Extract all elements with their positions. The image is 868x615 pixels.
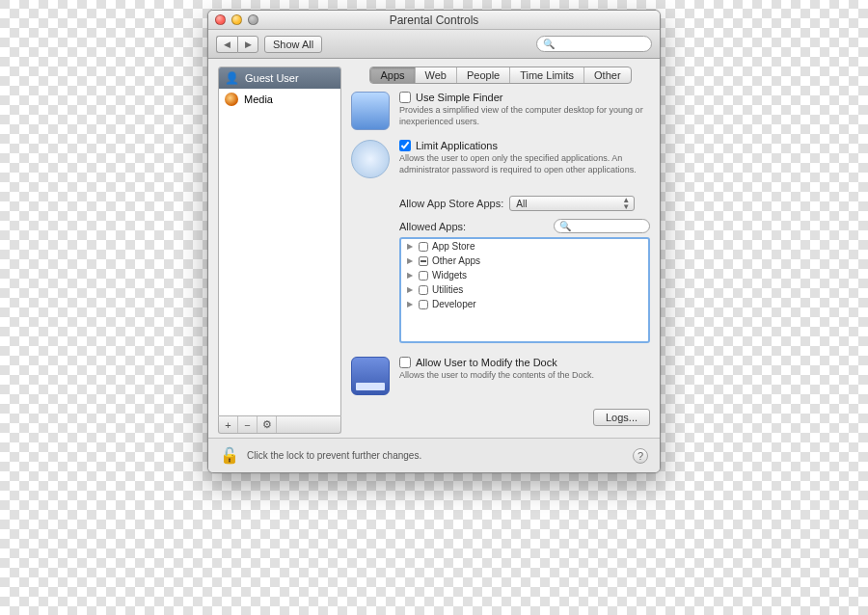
list-item[interactable]: ▶ Other Apps	[401, 254, 648, 268]
back-button[interactable]: ◀	[216, 36, 237, 53]
list-item[interactable]: ▶ Utilities	[401, 282, 648, 297]
search-input[interactable]	[557, 38, 661, 50]
bottom-bar: 🔓 Click the lock to prevent further chan…	[208, 438, 660, 472]
app-checkbox[interactable]	[419, 242, 428, 252]
simple-finder-input[interactable]	[399, 92, 411, 103]
help-button[interactable]: ?	[633, 448, 648, 464]
toolbar: ◀ ▶ Show All 🔍	[208, 30, 660, 59]
appstore-select-value: All	[516, 199, 527, 209]
zoom-icon[interactable]	[248, 14, 258, 25]
limit-apps-section: Limit Applications Allows the user to op…	[351, 140, 650, 178]
app-name: Utilities	[432, 284, 463, 295]
modify-dock-checkbox[interactable]: Allow User to Modify the Dock	[399, 357, 650, 368]
user-row-media[interactable]: Media	[219, 89, 340, 110]
limit-apps-input[interactable]	[399, 140, 411, 151]
user-list-footer: + − ⚙	[218, 416, 341, 434]
modify-dock-desc: Allows the user to modify the contents o…	[399, 370, 650, 382]
gear-icon: ⚙	[262, 418, 272, 431]
allowed-apps-header: Allowed Apps: 🔍	[399, 219, 650, 233]
user-row-guest[interactable]: 👤 Guest User	[219, 67, 340, 89]
tab-apps[interactable]: Apps	[370, 67, 415, 83]
user-name: Guest User	[245, 72, 299, 84]
chevron-updown-icon: ▲▼	[622, 197, 630, 210]
appstore-row: Allow App Store Apps: All ▲▼	[399, 196, 650, 211]
lock-icon[interactable]: 🔓	[220, 446, 239, 465]
app-checkbox[interactable]	[419, 285, 428, 295]
app-checkbox[interactable]	[419, 271, 428, 281]
list-item[interactable]: ▶ Widgets	[401, 268, 648, 282]
list-item[interactable]: ▶ Developer	[401, 297, 648, 311]
limit-apps-desc: Allows the user to open only the specifi…	[399, 153, 650, 175]
modify-dock-input[interactable]	[399, 357, 411, 368]
search-icon: 🔍	[543, 39, 555, 49]
app-name: Other Apps	[432, 255, 480, 266]
simple-finder-desc: Provides a simplified view of the comput…	[399, 105, 650, 127]
dock-section: Allow User to Modify the Dock Allows the…	[351, 357, 650, 395]
logs-button[interactable]: Logs...	[593, 409, 650, 426]
appstore-icon	[351, 140, 390, 178]
disclosure-triangle-icon[interactable]: ▶	[407, 256, 415, 265]
limit-apps-checkbox[interactable]: Limit Applications	[399, 140, 650, 151]
add-user-button[interactable]: +	[219, 416, 238, 433]
tab-bar: Apps Web People Time Limits Other	[369, 67, 631, 84]
show-all-button[interactable]: Show All	[264, 36, 322, 53]
tab-people[interactable]: People	[457, 67, 510, 83]
disclosure-triangle-icon[interactable]: ▶	[407, 271, 415, 280]
search-icon: 🔍	[559, 221, 571, 231]
disclosure-triangle-icon[interactable]: ▶	[407, 242, 415, 251]
dock-icon	[351, 357, 390, 395]
gear-menu-button[interactable]: ⚙	[258, 416, 277, 433]
app-checkbox[interactable]	[419, 300, 428, 309]
allowed-apps-search-input[interactable]	[574, 221, 644, 232]
window-title: Parental Controls	[390, 13, 479, 27]
user-sidebar: 👤 Guest User Media + − ⚙	[218, 67, 341, 434]
allowed-apps-label: Allowed Apps:	[399, 221, 466, 232]
allowed-apps-list[interactable]: ▶ App Store ▶ Other Apps ▶ Widgets	[399, 237, 650, 343]
appstore-label: Allow App Store Apps:	[399, 198, 503, 209]
user-avatar-icon	[225, 93, 238, 106]
finder-icon	[351, 92, 390, 130]
tab-time-limits[interactable]: Time Limits	[510, 67, 584, 83]
app-name: Widgets	[432, 270, 467, 281]
toolbar-search[interactable]: 🔍	[536, 36, 652, 52]
appstore-select[interactable]: All ▲▼	[509, 196, 635, 211]
limit-apps-label: Limit Applications	[416, 140, 498, 151]
forward-button[interactable]: ▶	[237, 36, 258, 53]
allowed-apps-search[interactable]: 🔍	[554, 219, 650, 233]
main-pane: Apps Web People Time Limits Other Use Si…	[351, 67, 650, 434]
minimize-icon[interactable]	[231, 14, 242, 25]
user-silhouette-icon: 👤	[225, 71, 239, 85]
remove-user-button[interactable]: −	[238, 416, 258, 433]
tab-web[interactable]: Web	[416, 67, 457, 83]
disclosure-triangle-icon[interactable]: ▶	[407, 285, 415, 294]
titlebar: Parental Controls	[208, 11, 660, 30]
app-checkbox-mixed[interactable]	[419, 256, 428, 266]
user-list[interactable]: 👤 Guest User Media	[218, 67, 341, 416]
list-item[interactable]: ▶ App Store	[401, 239, 648, 254]
tab-other[interactable]: Other	[584, 67, 631, 83]
app-name: Developer	[432, 299, 476, 309]
modify-dock-label: Allow User to Modify the Dock	[416, 357, 557, 368]
preferences-window: Parental Controls ◀ ▶ Show All 🔍 👤 Guest…	[207, 10, 661, 473]
disclosure-triangle-icon[interactable]: ▶	[407, 300, 415, 308]
close-icon[interactable]	[215, 14, 226, 25]
user-name: Media	[244, 94, 273, 105]
simple-finder-label: Use Simple Finder	[416, 92, 502, 103]
simple-finder-section: Use Simple Finder Provides a simplified …	[351, 92, 650, 130]
lock-text: Click the lock to prevent further change…	[247, 450, 421, 461]
simple-finder-checkbox[interactable]: Use Simple Finder	[399, 92, 650, 103]
app-name: App Store	[432, 241, 475, 252]
